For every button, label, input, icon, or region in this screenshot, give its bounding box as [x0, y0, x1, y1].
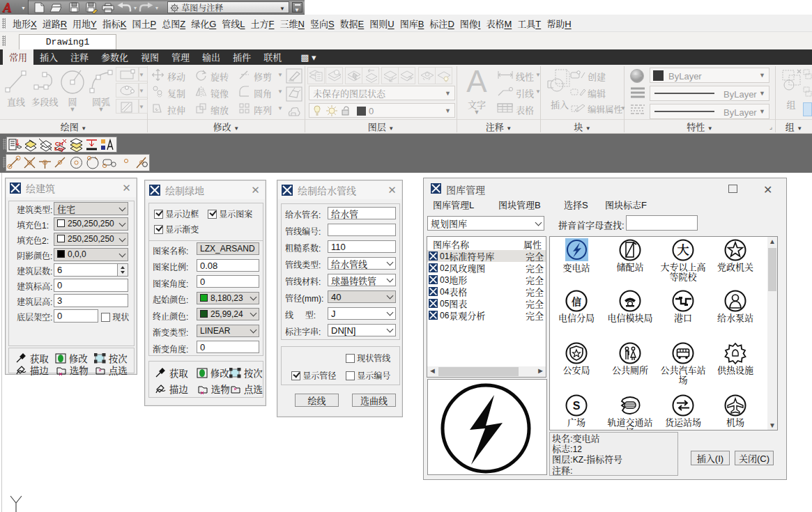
svg-text:S: S	[573, 400, 581, 412]
svg-text:大: 大	[677, 240, 689, 258]
svg-text:Lay: Lay	[54, 146, 64, 152]
svg-text:信: 信	[572, 294, 581, 308]
svg-text:▾: ▾	[155, 3, 158, 11]
svg-text:▾: ▾	[134, 3, 137, 11]
